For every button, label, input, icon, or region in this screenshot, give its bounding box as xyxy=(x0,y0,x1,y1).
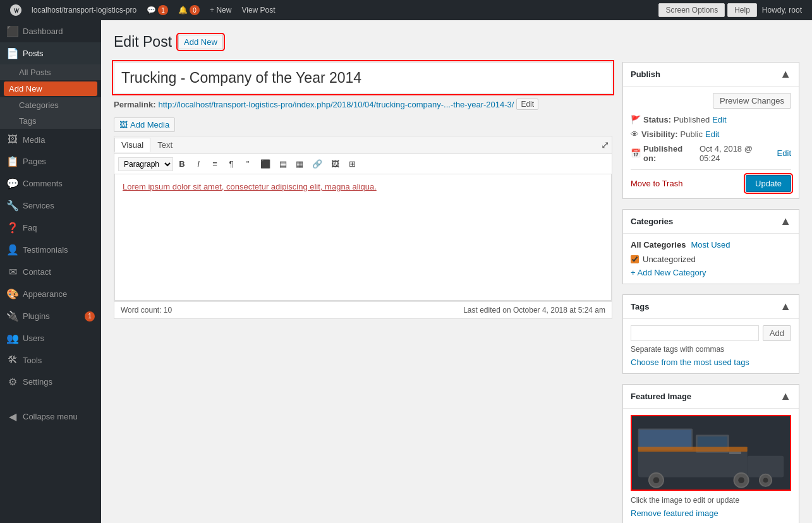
view-post-link[interactable]: View Post xyxy=(236,0,280,20)
featured-image-panel-body: Click the image to edit or update Remove… xyxy=(623,409,799,523)
editor-content[interactable]: Lorem ipsum dolor sit amet, consectetur … xyxy=(114,174,612,301)
align-center-btn[interactable]: ▤ xyxy=(276,157,291,171)
submenu-add-new[interactable]: Add New xyxy=(4,81,97,96)
sidebar-item-contact[interactable]: ✉ Contact xyxy=(0,261,101,283)
add-new-category-link[interactable]: + Add New Category xyxy=(631,268,706,277)
sidebar-item-testimonials[interactable]: 👤 Testimonials xyxy=(0,239,101,261)
svg-point-6 xyxy=(738,477,744,483)
publish-panel-title: Publish xyxy=(631,69,660,79)
add-media-button[interactable]: 🖼 Add Media xyxy=(114,117,175,132)
messages-badge: 0 xyxy=(190,5,200,15)
page-header: Edit Post Add New xyxy=(114,33,799,52)
featured-image-svg xyxy=(632,415,790,491)
sidebar-item-plugins[interactable]: 🔌 Plugins 1 xyxy=(0,305,101,327)
sidebar-item-services[interactable]: 🔧 Services xyxy=(0,195,101,217)
move-to-trash-link[interactable]: Move to Trash xyxy=(631,179,682,188)
featured-image-toggle[interactable]: ▲ xyxy=(780,390,791,403)
all-categories-tab[interactable]: All Categories xyxy=(631,240,686,249)
table-btn[interactable]: ⊞ xyxy=(344,157,360,171)
permalink-url[interactable]: http://localhost/transport-logistics-pro… xyxy=(158,100,514,109)
sidebar-item-users[interactable]: 👥 Users xyxy=(0,327,101,349)
publish-panel: Publish ▲ Preview Changes 🚩 Status: Publ… xyxy=(622,62,799,199)
image-btn[interactable]: 🖼 xyxy=(327,157,343,171)
published-label: Published on: xyxy=(643,144,697,163)
comments-link[interactable]: 💬 1 xyxy=(142,0,173,20)
sidebar-item-dashboard[interactable]: ⬛ Dashboard xyxy=(0,20,101,42)
edit-permalink-button[interactable]: Edit xyxy=(516,99,538,110)
tags-hint: Separate tags with commas xyxy=(631,345,791,354)
align-left-btn[interactable]: ⬛ xyxy=(257,157,274,171)
status-edit-link[interactable]: Edit xyxy=(712,115,726,124)
text-tab[interactable]: Text xyxy=(150,138,179,152)
comments-label: Comments xyxy=(23,179,63,188)
align-right-btn[interactable]: ▦ xyxy=(292,157,307,171)
expand-icon[interactable]: ⤢ xyxy=(601,140,609,150)
main-content: Edit Post Add New Permalink: http://loca… xyxy=(101,20,812,523)
messages-link[interactable]: 🔔 0 xyxy=(173,0,205,20)
tags-input[interactable] xyxy=(631,325,759,341)
visibility-value: Public xyxy=(681,129,703,139)
featured-image-box[interactable] xyxy=(631,415,791,491)
paragraph-select[interactable]: Paragraph xyxy=(118,157,173,171)
plugins-icon: 🔌 xyxy=(6,310,19,322)
uncategorized-label: Uncategorized xyxy=(643,255,696,264)
dashboard-icon: ⬛ xyxy=(6,25,19,37)
sidebar-item-collapse[interactable]: ◀ Collapse menu xyxy=(0,406,101,428)
add-new-button[interactable]: Add New xyxy=(178,35,223,49)
uncategorized-checkbox[interactable] xyxy=(631,255,639,263)
word-count: Word count: 10 xyxy=(121,306,172,315)
categories-panel-header[interactable]: Categories ▲ xyxy=(623,210,799,234)
visibility-edit-link[interactable]: Edit xyxy=(705,129,719,139)
remove-featured-image-link[interactable]: Remove featured image xyxy=(631,508,718,518)
publish-panel-header[interactable]: Publish ▲ xyxy=(623,63,799,87)
sidebar-item-posts[interactable]: 📄 Posts xyxy=(0,42,101,64)
submenu-tags[interactable]: Tags xyxy=(0,113,101,129)
uncategorized-checkbox-row: Uncategorized xyxy=(631,255,791,264)
cat-tabs: All Categories Most Used xyxy=(631,240,791,249)
submenu-all-posts[interactable]: All Posts xyxy=(0,64,101,80)
post-title-input[interactable] xyxy=(114,62,612,93)
choose-tags-link[interactable]: Choose from the most used tags xyxy=(631,358,749,367)
screen-options-btn[interactable]: Screen Options xyxy=(658,3,725,17)
featured-image-panel-header[interactable]: Featured Image ▲ xyxy=(623,385,799,409)
tags-add-button[interactable]: Add xyxy=(763,325,791,341)
categories-panel: Categories ▲ All Categories Most Used Un… xyxy=(622,209,799,284)
comments-icon: 💬 xyxy=(6,177,19,189)
users-icon: 👥 xyxy=(6,332,19,344)
published-row: 📅 Published on: Oct 4, 2018 @ 05:24 Edit xyxy=(631,144,791,163)
sidebar-item-media[interactable]: 🖼 Media xyxy=(0,129,101,150)
help-btn[interactable]: Help xyxy=(727,3,757,17)
wp-logo[interactable] xyxy=(5,0,27,20)
sidebar-item-tools[interactable]: 🛠 Tools xyxy=(0,349,101,371)
publish-panel-toggle[interactable]: ▲ xyxy=(780,68,791,81)
published-edit-link[interactable]: Edit xyxy=(777,148,791,158)
pages-label: Pages xyxy=(23,157,46,166)
update-button[interactable]: Update xyxy=(746,175,791,192)
faq-label: Faq xyxy=(23,223,37,232)
sidebar-item-appearance[interactable]: 🎨 Appearance xyxy=(0,283,101,305)
link-btn[interactable]: 🔗 xyxy=(308,157,326,171)
tags-panel-header[interactable]: Tags ▲ xyxy=(623,295,799,319)
site-name[interactable]: localhost/transport-logistics-pro xyxy=(27,0,142,20)
most-used-tab[interactable]: Most Used xyxy=(691,240,730,249)
preview-changes-button[interactable]: Preview Changes xyxy=(713,93,791,109)
bold-btn[interactable]: B xyxy=(174,157,190,171)
blockquote-btn[interactable]: " xyxy=(240,157,255,171)
sidebar-item-faq[interactable]: ❓ Faq xyxy=(0,217,101,239)
categories-panel-toggle[interactable]: ▲ xyxy=(780,215,791,228)
sidebar-item-comments[interactable]: 💬 Comments xyxy=(0,172,101,195)
admin-bar: localhost/transport-logistics-pro 💬 1 🔔 … xyxy=(0,0,812,20)
tags-panel: Tags ▲ Add Separate tags with commas Cho… xyxy=(622,294,799,374)
sidebar-item-pages[interactable]: 📋 Pages xyxy=(0,150,101,172)
add-new-link[interactable]: + New xyxy=(205,0,236,20)
tools-icon: 🛠 xyxy=(6,354,19,366)
tags-panel-toggle[interactable]: ▲ xyxy=(780,300,791,313)
sidebar-item-settings[interactable]: ⚙ Settings xyxy=(0,371,101,393)
unordered-list-btn[interactable]: ≡ xyxy=(207,157,222,171)
submenu-categories[interactable]: Categories xyxy=(0,97,101,113)
ordered-list-btn[interactable]: ¶ xyxy=(224,157,239,171)
svg-rect-14 xyxy=(729,452,741,454)
add-media-label: Add Media xyxy=(130,120,169,129)
italic-btn[interactable]: I xyxy=(191,157,206,171)
visual-tab[interactable]: Visual xyxy=(114,138,150,152)
